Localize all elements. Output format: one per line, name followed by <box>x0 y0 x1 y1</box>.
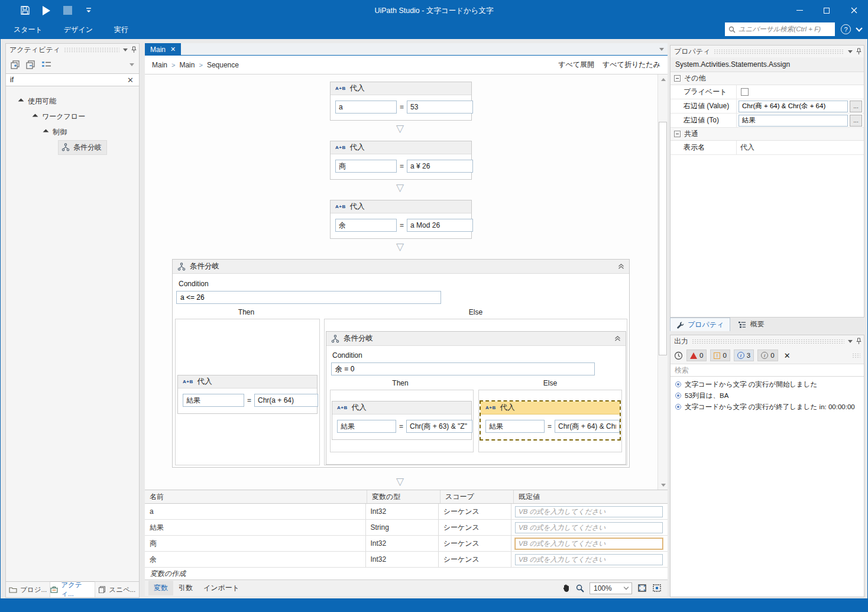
collapse-chevron-icon[interactable] <box>614 335 621 342</box>
pin-icon[interactable] <box>856 338 861 345</box>
canvas-vertical-scrollbar[interactable] <box>658 75 668 490</box>
collapse-chevron-icon[interactable] <box>618 263 624 270</box>
assign-to-field[interactable] <box>335 160 397 173</box>
expander-icon[interactable] <box>43 129 49 135</box>
tab-arguments[interactable]: 引数 <box>173 581 198 595</box>
to-expression-input[interactable] <box>739 115 848 127</box>
expression-editor-button[interactable]: ... <box>850 101 862 112</box>
pan-hand-icon[interactable] <box>562 584 571 592</box>
assign-activity-a[interactable]: A+B代入 = <box>330 82 472 121</box>
collapse-group-icon[interactable] <box>674 75 681 82</box>
tab-start[interactable]: スタート <box>5 20 51 40</box>
tab-run[interactable]: 実行 <box>106 20 137 40</box>
zoom-reset-icon[interactable] <box>652 584 662 592</box>
clear-search-icon[interactable]: ✕ <box>126 76 135 85</box>
errors-filter-toggle[interactable]: 0 <box>686 349 707 361</box>
collapse-group-icon[interactable] <box>674 131 681 137</box>
assign-to-field[interactable] <box>335 219 397 232</box>
minimize-button[interactable] <box>786 1 813 20</box>
assign-value-field[interactable] <box>407 219 473 232</box>
panel-menu-icon[interactable] <box>123 48 128 51</box>
collapse-all-icon[interactable] <box>26 60 35 69</box>
expression-editor-button[interactable]: ... <box>850 115 862 127</box>
info-filter-toggle[interactable]: i 3 <box>734 349 754 361</box>
tab-properties[interactable]: プロパティ <box>670 318 730 331</box>
variable-row[interactable]: 商 Int32 シーケンス <box>145 536 668 552</box>
maximize-button[interactable] <box>813 1 840 20</box>
fit-to-screen-icon[interactable] <box>637 584 647 592</box>
condition-input[interactable] <box>176 291 441 304</box>
if-activity-inner[interactable]: 条件分岐 Condition Then Else A+B代入 <box>326 331 626 465</box>
default-value-input[interactable] <box>515 506 663 517</box>
tree-node-available[interactable]: 使用可能 <box>6 93 139 109</box>
run-icon[interactable] <box>40 4 53 17</box>
warnings-filter-toggle[interactable]: ! 0 <box>710 349 730 361</box>
else-branch-dropzone[interactable]: 条件分岐 Condition Then Else A+B代入 <box>324 319 627 465</box>
close-button[interactable] <box>840 1 867 20</box>
expander-icon[interactable] <box>33 114 38 119</box>
condition-input[interactable] <box>331 362 595 375</box>
value-expression-input[interactable] <box>739 101 848 112</box>
toolbar-overflow-icon[interactable] <box>129 63 134 66</box>
magnifier-icon[interactable] <box>576 584 584 592</box>
breadcrumb-main[interactable]: Main <box>152 61 167 69</box>
assign-to-field[interactable] <box>335 101 397 114</box>
variable-row[interactable]: 余 Int32 シーケンス <box>145 552 668 568</box>
panel-menu-icon[interactable] <box>848 340 853 343</box>
expand-all-link[interactable]: すべて展開 <box>558 60 594 70</box>
collapse-all-link[interactable]: すべて折りたたみ <box>603 60 660 70</box>
tab-variables[interactable]: 変数 <box>148 581 173 595</box>
scrollbar-thumb[interactable] <box>659 122 667 355</box>
timestamp-toggle-icon[interactable] <box>674 351 683 360</box>
workflow-canvas[interactable]: A+B代入 = ▽ A+B代入 = ▽ A+B代入 = <box>145 75 668 490</box>
col-header-scope[interactable]: スコープ <box>441 490 514 503</box>
zoom-level-select[interactable]: 100% <box>590 582 632 594</box>
trace-filter-toggle[interactable]: i 0 <box>757 349 778 361</box>
pin-icon[interactable] <box>856 48 861 55</box>
default-value-input[interactable] <box>515 554 663 565</box>
then-branch-dropzone[interactable]: A+B代入 = <box>175 319 320 465</box>
breadcrumb-main2[interactable]: Main <box>179 61 195 69</box>
scroll-up-icon[interactable] <box>658 75 668 84</box>
activities-search-input[interactable] <box>10 76 126 84</box>
scroll-down-icon[interactable] <box>658 480 668 490</box>
panel-menu-icon[interactable] <box>848 50 853 53</box>
clear-output-icon[interactable]: ✕ <box>784 351 791 360</box>
customize-quick-access-icon[interactable] <box>82 4 95 17</box>
tab-design[interactable]: デザイン <box>56 20 101 40</box>
assign-activity-inner-else-selected[interactable]: A+B代入 = <box>480 400 621 441</box>
tree-node-workflow[interactable]: ワークフロー <box>6 109 139 124</box>
tab-activities[interactable]: アクティ... <box>50 581 95 597</box>
group-options-icon[interactable] <box>41 60 51 69</box>
assign-activity-remainder[interactable]: A+B代入 = <box>330 200 472 239</box>
group-other[interactable]: その他 <box>671 72 864 85</box>
tab-overview[interactable]: 概要 <box>731 318 770 331</box>
tab-snippets[interactable]: スニペ... <box>95 582 139 597</box>
then-branch-dropzone[interactable]: A+B代入 = <box>330 390 474 452</box>
assign-to-field[interactable] <box>485 420 545 433</box>
expand-all-icon[interactable] <box>11 60 20 69</box>
assign-value-field[interactable] <box>406 420 472 433</box>
ribbon-collapse-icon[interactable] <box>856 25 862 31</box>
if-activity-outer[interactable]: 条件分岐 Condition Then Else A+B代入 = <box>172 259 630 468</box>
display-name-value[interactable]: 代入 <box>737 143 864 153</box>
assign-value-field[interactable] <box>555 420 620 433</box>
assign-activity-then[interactable]: A+B代入 = <box>177 375 318 414</box>
help-icon[interactable]: ? <box>841 24 851 34</box>
assign-to-field[interactable] <box>183 394 244 407</box>
group-common[interactable]: 共通 <box>671 128 864 141</box>
assign-activity-inner-then[interactable]: A+B代入 = <box>332 401 472 440</box>
universal-search-box[interactable]: ユニバーサル検索(Ctrl + F) <box>725 22 835 36</box>
variable-row[interactable]: a Int32 シーケンス <box>145 504 668 520</box>
col-header-type[interactable]: 変数の型 <box>367 490 441 503</box>
pin-icon[interactable] <box>131 46 137 53</box>
save-icon[interactable] <box>18 4 31 17</box>
variable-row[interactable]: 結果 String シーケンス <box>145 520 668 536</box>
create-variable-row[interactable]: 変数の作成 <box>145 568 668 580</box>
tab-main[interactable]: Main ✕ <box>145 43 181 56</box>
tree-leaf-if[interactable]: 条件分岐 <box>6 140 139 155</box>
col-header-name[interactable]: 名前 <box>145 490 367 503</box>
tree-node-control[interactable]: 制御 <box>6 124 139 140</box>
assign-to-field[interactable] <box>337 420 396 433</box>
tab-project[interactable]: プロジ... <box>6 582 50 597</box>
